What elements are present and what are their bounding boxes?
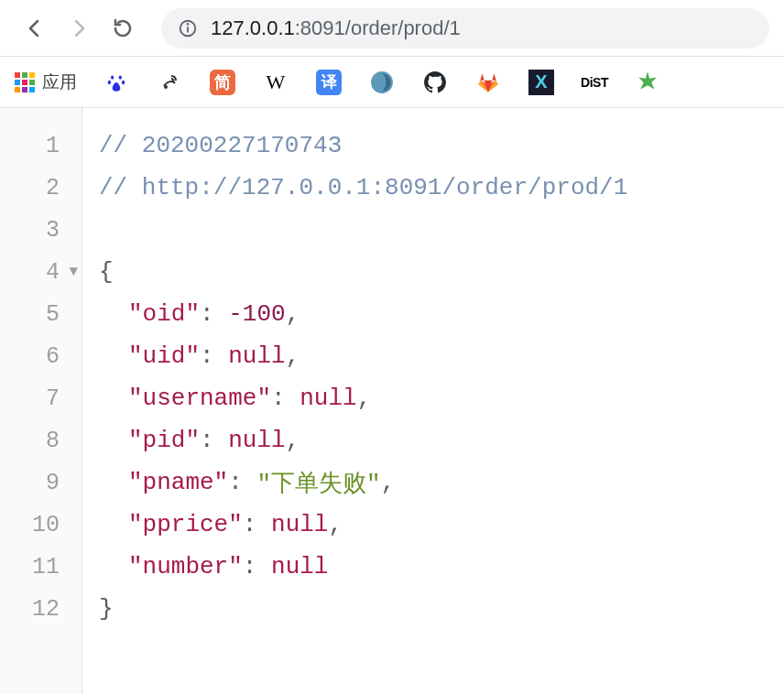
json-viewer: 1 2 3 4▼ 5 6 7 8 9 10 11 12 // 202002271… xyxy=(0,108,784,694)
line-number: 5 xyxy=(0,293,82,335)
forward-button[interactable] xyxy=(59,8,99,49)
code-line: // http://127.0.0.1:8091/order/prod/1 xyxy=(99,167,768,209)
code-line: "uid": null, xyxy=(99,335,768,377)
code-area[interactable]: // 20200227170743 // http://127.0.0.1:80… xyxy=(82,108,784,694)
code-line: "oid": -100, xyxy=(99,293,768,335)
svg-point-2 xyxy=(188,23,189,24)
line-number: 2 xyxy=(0,167,82,209)
line-number: 9 xyxy=(0,461,82,504)
bookmark-swirl-icon[interactable] xyxy=(368,69,396,96)
bookmark-dist-icon[interactable]: DiST xyxy=(581,69,608,96)
bookmark-weibo-icon[interactable] xyxy=(156,69,183,96)
reload-button[interactable] xyxy=(103,8,143,49)
line-number: 8 xyxy=(0,419,82,461)
browser-toolbar: 127.0.0.1:8091/order/prod/1 xyxy=(0,0,784,57)
bookmark-baidu-icon[interactable] xyxy=(103,69,130,96)
code-line: "pname": "下单失败", xyxy=(99,461,768,504)
code-line: "pprice": null, xyxy=(99,504,768,546)
code-line: } xyxy=(99,588,768,630)
url-path: :8091/order/prod/1 xyxy=(295,16,461,40)
bookmarks-bar: 应用 简 W 译 X DiST xyxy=(0,57,784,108)
bookmark-wikipedia-icon[interactable]: W xyxy=(262,69,289,96)
line-number: 1 xyxy=(0,125,82,167)
url-text: 127.0.0.1:8091/order/prod/1 xyxy=(211,16,461,40)
address-bar[interactable]: 127.0.0.1:8091/order/prod/1 xyxy=(161,8,769,49)
line-number: 6 xyxy=(0,335,82,377)
bookmark-star-icon[interactable] xyxy=(634,69,661,96)
svg-point-3 xyxy=(164,85,168,89)
line-number: 4▼ xyxy=(0,251,82,293)
code-line: { xyxy=(99,251,768,293)
line-number: 10 xyxy=(0,504,82,546)
fold-icon[interactable]: ▼ xyxy=(69,264,78,280)
line-number: 7 xyxy=(0,377,82,419)
apps-button[interactable]: 应用 xyxy=(15,70,77,94)
line-number: 12 xyxy=(0,588,82,630)
line-number: 11 xyxy=(0,546,82,588)
bookmark-github-icon[interactable] xyxy=(421,69,449,96)
bookmark-translate-icon[interactable]: 译 xyxy=(315,69,343,96)
bookmark-jianshu-icon[interactable]: 简 xyxy=(209,69,236,96)
code-line: "pid": null, xyxy=(99,419,768,461)
info-icon[interactable] xyxy=(178,18,198,38)
back-button[interactable] xyxy=(15,8,55,49)
code-line: "username": null, xyxy=(99,377,768,419)
code-line xyxy=(99,209,768,251)
url-host: 127.0.0.1 xyxy=(211,16,295,40)
bookmark-x-icon[interactable]: X xyxy=(528,69,555,96)
apps-icon xyxy=(15,72,35,92)
bookmark-gitlab-icon[interactable] xyxy=(474,69,502,96)
line-gutter: 1 2 3 4▼ 5 6 7 8 9 10 11 12 xyxy=(0,108,82,694)
line-number: 3 xyxy=(0,209,82,251)
apps-label: 应用 xyxy=(42,70,77,94)
code-line: "number": null xyxy=(99,546,768,588)
code-line: // 20200227170743 xyxy=(99,125,768,167)
